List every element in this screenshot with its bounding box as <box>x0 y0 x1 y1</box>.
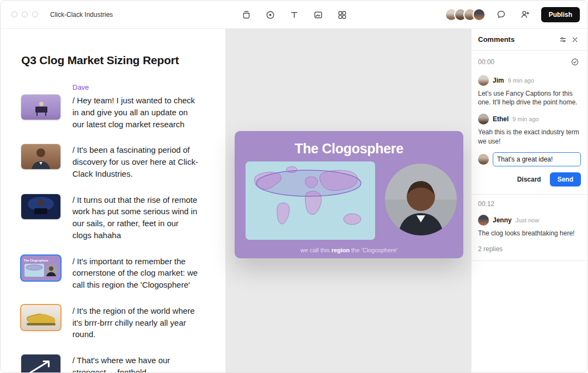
publish-button[interactable]: Publish <box>541 7 580 22</box>
comments-close-button[interactable] <box>569 34 581 46</box>
thread-timestamp-row: 00:12 <box>478 200 581 208</box>
comment: Jenny Just now The clog looks breathtaki… <box>478 215 581 238</box>
slide-caption: we call this region the 'Clogosphere' <box>235 247 463 253</box>
app-window: Click-Clack Industries <box>0 0 588 373</box>
window-controls[interactable] <box>11 11 38 17</box>
discard-button[interactable]: Discard <box>512 172 547 186</box>
comments-panel: Comments 00:00 <box>471 29 587 372</box>
comment-time: 9 min ago <box>508 77 534 84</box>
scenes-icon <box>313 10 323 20</box>
text-icon <box>289 10 299 20</box>
reply-row <box>478 152 581 166</box>
thumb-arrow-slide[interactable] <box>21 355 60 372</box>
layouts-icon <box>337 10 347 20</box>
comments-icon <box>496 9 506 20</box>
comment: Ethel 9 min ago Yeah this is the exact i… <box>478 114 581 145</box>
layouts-button[interactable] <box>334 7 350 23</box>
comment-author: Jim <box>493 77 504 84</box>
comment-text: Yeah this is the exact industry term we … <box>478 128 581 145</box>
comment: Jim 9 min ago Let's use Fancy Captions f… <box>478 75 581 107</box>
comment-time: Just now <box>516 217 539 223</box>
script-title[interactable]: Q3 Clog Market Sizing Report <box>21 54 225 67</box>
thumb-dark-scene[interactable] <box>21 194 60 219</box>
svg-text:The Clogosphere: The Clogosphere <box>24 259 48 262</box>
document-title: Click-Clack Industries <box>50 11 113 18</box>
window-minimize-button[interactable] <box>22 11 28 17</box>
clog-photo-image <box>21 305 60 330</box>
script-block-highlighted: / It's the region of the world where it'… <box>21 305 225 340</box>
reply-actions: Discard Send <box>478 172 581 186</box>
comment-author: Ethel <box>493 115 509 123</box>
comment-text: Let's use Fancy Captions for this one. I… <box>478 89 581 107</box>
comment-author: Jenny <box>493 216 512 224</box>
script-block: / That's where we have our strongest....… <box>21 355 225 372</box>
invite-button[interactable] <box>517 7 534 23</box>
script-block: / It's been a fascinating period of disc… <box>21 144 225 179</box>
filter-icon <box>559 35 567 44</box>
podium-slide-image <box>21 95 60 120</box>
comment-time: 9 min ago <box>512 116 538 122</box>
script-text[interactable]: / That's where we have our strongest....… <box>72 355 199 372</box>
avatar <box>478 75 489 86</box>
top-toolbar: Click-Clack Industries <box>1 1 587 29</box>
thumb-clog-photo[interactable] <box>21 305 60 330</box>
text-tool-button[interactable] <box>286 7 302 23</box>
thread-timestamp: 00:12 <box>478 200 494 208</box>
comment-text: The clog looks breathtaking here! <box>478 229 581 238</box>
speaker-label[interactable]: Dave <box>72 83 225 91</box>
avatar[interactable] <box>473 8 486 21</box>
thumb-podium-slide[interactable] <box>21 95 60 120</box>
resolve-icon <box>571 58 579 66</box>
editor-tools <box>238 1 350 29</box>
comment-thread: 00:12 Jenny Just now The clog looks brea… <box>471 195 587 261</box>
comments-header: Comments <box>471 29 587 51</box>
add-media-button[interactable] <box>238 7 254 23</box>
slide-clogosphere[interactable]: The Clogosphere <box>235 131 463 258</box>
resolve-thread-button[interactable] <box>569 56 581 68</box>
thumb-clogosphere-slide[interactable]: The Clogosphere <box>21 256 60 281</box>
presenter-photo-image <box>21 144 60 169</box>
collaborator-avatars[interactable] <box>445 8 486 21</box>
preview-canvas[interactable]: The Clogosphere <box>226 29 471 372</box>
script-text[interactable]: / It turns out that the rise of remote w… <box>72 194 199 241</box>
script-block-selected: The Clogosphere / It's important to reme… <box>21 256 225 291</box>
send-button[interactable]: Send <box>550 172 581 186</box>
add-media-icon <box>241 10 252 20</box>
reply-input[interactable] <box>493 152 581 166</box>
comments-filter-button[interactable] <box>557 34 569 46</box>
thread-timestamp-row: 00:00 <box>478 56 581 68</box>
avatar <box>478 215 489 226</box>
world-map-image <box>246 161 375 240</box>
main-area: Q3 Clog Market Sizing Report Dave / Hey … <box>1 29 587 372</box>
record-icon <box>265 10 275 20</box>
speaker-photo <box>385 164 457 235</box>
window-close-button[interactable] <box>11 11 17 17</box>
script-text[interactable]: / Hey team! I just wanted to check in an… <box>72 95 199 130</box>
comment-thread: 00:00 Jim 9 min ago Let's use Fancy Ca <box>471 51 587 195</box>
invite-icon <box>520 9 530 20</box>
script-text[interactable]: / It's been a fascinating period of disc… <box>72 144 199 179</box>
script-text[interactable]: / It's the region of the world where it'… <box>72 305 199 340</box>
arrow-slide-image <box>21 355 60 372</box>
window-zoom-button[interactable] <box>32 11 38 17</box>
script-text[interactable]: / It's important to remember the corners… <box>72 256 199 291</box>
thread-timestamp: 00:00 <box>478 58 494 66</box>
close-icon <box>571 35 579 44</box>
collaboration-tools: Publish <box>445 7 580 23</box>
record-button[interactable] <box>262 7 278 23</box>
scenes-button[interactable] <box>310 7 326 23</box>
avatar <box>478 154 489 165</box>
slide-title: The Clogosphere <box>235 141 463 157</box>
script-editor-panel[interactable]: Q3 Clog Market Sizing Report Dave / Hey … <box>1 29 226 372</box>
script-block: / It turns out that the rise of remote w… <box>21 194 225 241</box>
avatar <box>478 114 489 125</box>
script-block: / Hey team! I just wanted to check in an… <box>21 95 225 130</box>
thumb-presenter-photo[interactable] <box>21 144 60 169</box>
replies-link[interactable]: 2 replies <box>478 245 581 253</box>
comments-toggle-button[interactable] <box>493 7 510 23</box>
dark-scene-image <box>21 194 60 219</box>
clogosphere-slide-image: The Clogosphere <box>21 256 60 281</box>
comments-title: Comments <box>478 35 514 43</box>
